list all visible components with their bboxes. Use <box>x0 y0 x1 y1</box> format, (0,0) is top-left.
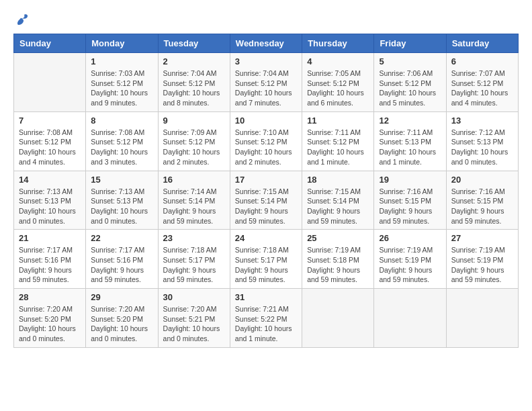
calendar-day-cell: 2Sunrise: 7:04 AMSunset: 5:12 PMDaylight… <box>158 53 230 112</box>
day-info: Sunrise: 7:20 AMSunset: 5:21 PMDaylight:… <box>163 304 225 344</box>
day-info: Sunrise: 7:19 AMSunset: 5:19 PMDaylight:… <box>379 245 441 285</box>
day-info: Sunrise: 7:13 AMSunset: 5:13 PMDaylight:… <box>91 187 152 226</box>
calendar-day-cell: 26Sunrise: 7:19 AMSunset: 5:19 PMDayligh… <box>374 230 446 289</box>
calendar-day-cell: 20Sunrise: 7:16 AMSunset: 5:15 PMDayligh… <box>446 171 518 230</box>
calendar-day-cell: 9Sunrise: 7:09 AMSunset: 5:12 PMDaylight… <box>158 111 230 171</box>
calendar-day-cell: 16Sunrise: 7:14 AMSunset: 5:14 PMDayligh… <box>158 171 230 230</box>
day-info: Sunrise: 7:18 AMSunset: 5:17 PMDaylight:… <box>163 245 225 285</box>
day-info: Sunrise: 7:15 AMSunset: 5:14 PMDaylight:… <box>307 187 369 226</box>
day-info: Sunrise: 7:19 AMSunset: 5:18 PMDaylight:… <box>307 245 369 285</box>
calendar-header-row: SundayMondayTuesdayWednesdayThursdayFrid… <box>14 34 519 53</box>
day-info: Sunrise: 7:20 AMSunset: 5:20 PMDaylight:… <box>91 304 152 344</box>
day-number: 19 <box>379 175 441 185</box>
day-info: Sunrise: 7:16 AMSunset: 5:15 PMDaylight:… <box>379 187 441 226</box>
calendar-week-row: 28Sunrise: 7:20 AMSunset: 5:20 PMDayligh… <box>14 289 519 348</box>
day-info: Sunrise: 7:20 AMSunset: 5:20 PMDaylight:… <box>19 304 81 344</box>
calendar-day-cell: 4Sunrise: 7:05 AMSunset: 5:12 PMDaylight… <box>302 53 374 112</box>
calendar-day-cell: 17Sunrise: 7:15 AMSunset: 5:14 PMDayligh… <box>230 171 302 230</box>
day-info: Sunrise: 7:09 AMSunset: 5:12 PMDaylight:… <box>163 128 225 167</box>
day-info: Sunrise: 7:19 AMSunset: 5:19 PMDaylight:… <box>451 245 513 285</box>
calendar-day-cell: 13Sunrise: 7:12 AMSunset: 5:13 PMDayligh… <box>446 111 518 171</box>
logo <box>13 13 32 27</box>
day-info: Sunrise: 7:12 AMSunset: 5:13 PMDaylight:… <box>451 128 513 167</box>
calendar-day-cell: 21Sunrise: 7:17 AMSunset: 5:16 PMDayligh… <box>14 230 86 289</box>
weekday-header: Friday <box>374 34 446 53</box>
calendar-day-cell: 5Sunrise: 7:06 AMSunset: 5:12 PMDaylight… <box>374 53 446 112</box>
day-number: 5 <box>379 56 441 66</box>
calendar-day-cell: 28Sunrise: 7:20 AMSunset: 5:20 PMDayligh… <box>14 289 86 348</box>
weekday-header: Sunday <box>14 34 86 53</box>
day-number: 23 <box>163 233 225 243</box>
calendar-day-cell: 7Sunrise: 7:08 AMSunset: 5:12 PMDaylight… <box>14 111 86 171</box>
day-info: Sunrise: 7:14 AMSunset: 5:14 PMDaylight:… <box>163 187 225 226</box>
day-info: Sunrise: 7:11 AMSunset: 5:13 PMDaylight:… <box>379 128 441 167</box>
day-info: Sunrise: 7:04 AMSunset: 5:12 PMDaylight:… <box>163 68 225 108</box>
weekday-header: Saturday <box>446 34 518 53</box>
day-info: Sunrise: 7:05 AMSunset: 5:12 PMDaylight:… <box>307 68 369 108</box>
weekday-header: Thursday <box>302 34 374 53</box>
day-number: 30 <box>163 292 225 302</box>
day-info: Sunrise: 7:06 AMSunset: 5:12 PMDaylight:… <box>379 68 441 108</box>
calendar-day-cell <box>14 53 86 112</box>
weekday-header: Wednesday <box>230 34 302 53</box>
calendar-week-row: 7Sunrise: 7:08 AMSunset: 5:12 PMDaylight… <box>14 111 519 171</box>
day-info: Sunrise: 7:08 AMSunset: 5:12 PMDaylight:… <box>19 128 81 167</box>
day-info: Sunrise: 7:15 AMSunset: 5:14 PMDaylight:… <box>235 187 297 226</box>
weekday-header: Monday <box>86 34 158 53</box>
calendar-day-cell: 6Sunrise: 7:07 AMSunset: 5:12 PMDaylight… <box>446 53 518 112</box>
day-number: 1 <box>91 56 152 66</box>
day-info: Sunrise: 7:17 AMSunset: 5:16 PMDaylight:… <box>19 245 81 285</box>
calendar-table: SundayMondayTuesdayWednesdayThursdayFrid… <box>13 34 519 348</box>
calendar-day-cell: 12Sunrise: 7:11 AMSunset: 5:13 PMDayligh… <box>374 111 446 171</box>
day-number: 4 <box>307 56 369 66</box>
calendar-day-cell: 27Sunrise: 7:19 AMSunset: 5:19 PMDayligh… <box>446 230 518 289</box>
calendar-day-cell: 10Sunrise: 7:10 AMSunset: 5:12 PMDayligh… <box>230 111 302 171</box>
day-number: 29 <box>91 292 152 302</box>
day-number: 12 <box>379 116 441 126</box>
day-number: 8 <box>91 116 152 126</box>
calendar-day-cell: 24Sunrise: 7:18 AMSunset: 5:17 PMDayligh… <box>230 230 302 289</box>
calendar-day-cell: 14Sunrise: 7:13 AMSunset: 5:13 PMDayligh… <box>14 171 86 230</box>
day-number: 22 <box>91 233 152 243</box>
day-number: 16 <box>163 175 225 185</box>
calendar-day-cell: 29Sunrise: 7:20 AMSunset: 5:20 PMDayligh… <box>86 289 158 348</box>
calendar-day-cell: 8Sunrise: 7:08 AMSunset: 5:12 PMDaylight… <box>86 111 158 171</box>
day-number: 28 <box>19 292 81 302</box>
day-info: Sunrise: 7:17 AMSunset: 5:16 PMDaylight:… <box>91 245 152 285</box>
day-info: Sunrise: 7:13 AMSunset: 5:13 PMDaylight:… <box>19 187 81 226</box>
day-number: 18 <box>307 175 369 185</box>
weekday-header: Tuesday <box>158 34 230 53</box>
day-number: 13 <box>451 116 513 126</box>
day-number: 7 <box>19 116 81 126</box>
day-info: Sunrise: 7:07 AMSunset: 5:12 PMDaylight:… <box>451 68 513 108</box>
day-number: 20 <box>451 175 513 185</box>
day-number: 14 <box>19 175 81 185</box>
day-info: Sunrise: 7:11 AMSunset: 5:12 PMDaylight:… <box>307 128 369 167</box>
calendar-day-cell: 22Sunrise: 7:17 AMSunset: 5:16 PMDayligh… <box>86 230 158 289</box>
calendar-day-cell: 15Sunrise: 7:13 AMSunset: 5:13 PMDayligh… <box>86 171 158 230</box>
calendar-day-cell <box>374 289 446 348</box>
calendar-day-cell: 11Sunrise: 7:11 AMSunset: 5:12 PMDayligh… <box>302 111 374 171</box>
calendar-day-cell: 3Sunrise: 7:04 AMSunset: 5:12 PMDaylight… <box>230 53 302 112</box>
day-number: 25 <box>307 233 369 243</box>
day-number: 21 <box>19 233 81 243</box>
calendar-day-cell: 23Sunrise: 7:18 AMSunset: 5:17 PMDayligh… <box>158 230 230 289</box>
calendar-week-row: 14Sunrise: 7:13 AMSunset: 5:13 PMDayligh… <box>14 171 519 230</box>
day-info: Sunrise: 7:03 AMSunset: 5:12 PMDaylight:… <box>91 68 152 108</box>
calendar-day-cell: 25Sunrise: 7:19 AMSunset: 5:18 PMDayligh… <box>302 230 374 289</box>
day-number: 6 <box>451 56 513 66</box>
calendar-day-cell <box>302 289 374 348</box>
day-info: Sunrise: 7:08 AMSunset: 5:12 PMDaylight:… <box>91 128 152 167</box>
day-info: Sunrise: 7:18 AMSunset: 5:17 PMDaylight:… <box>235 245 297 285</box>
day-info: Sunrise: 7:21 AMSunset: 5:22 PMDaylight:… <box>235 304 297 344</box>
day-number: 31 <box>235 292 297 302</box>
day-number: 26 <box>379 233 441 243</box>
day-info: Sunrise: 7:16 AMSunset: 5:15 PMDaylight:… <box>451 187 513 226</box>
day-number: 9 <box>163 116 225 126</box>
calendar-day-cell: 19Sunrise: 7:16 AMSunset: 5:15 PMDayligh… <box>374 171 446 230</box>
calendar-day-cell: 30Sunrise: 7:20 AMSunset: 5:21 PMDayligh… <box>158 289 230 348</box>
day-number: 10 <box>235 116 297 126</box>
calendar-day-cell: 31Sunrise: 7:21 AMSunset: 5:22 PMDayligh… <box>230 289 302 348</box>
day-number: 11 <box>307 116 369 126</box>
calendar-day-cell: 18Sunrise: 7:15 AMSunset: 5:14 PMDayligh… <box>302 171 374 230</box>
